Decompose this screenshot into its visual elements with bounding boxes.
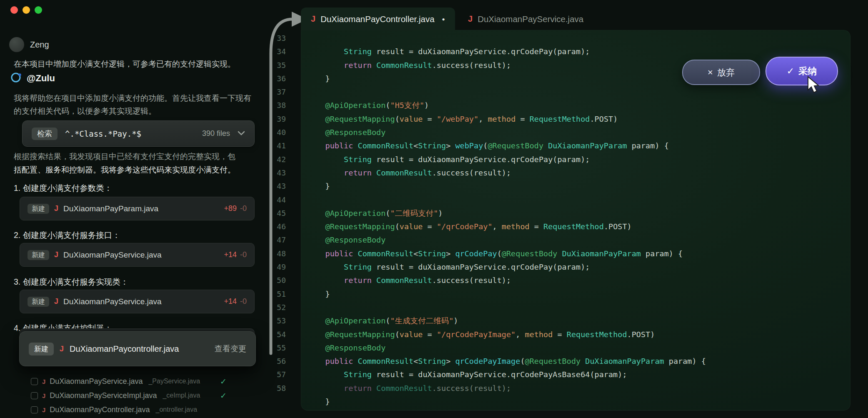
minimize-window-button[interactable] bbox=[23, 6, 30, 14]
line-number[interactable]: 57 bbox=[259, 368, 286, 381]
check-icon: ✓ bbox=[787, 66, 794, 77]
code-line[interactable]: @ApiOperation("二维码支付") bbox=[307, 207, 706, 220]
view-changes-link[interactable]: 查看变更 bbox=[215, 343, 246, 354]
line-number[interactable]: 47 bbox=[259, 233, 286, 247]
code-line[interactable]: @RequestMapping(value = "/qrCodePay", me… bbox=[307, 220, 706, 233]
modified-dot-icon: ● bbox=[442, 16, 445, 22]
deletions: -0 bbox=[240, 250, 247, 259]
file-card-param[interactable]: 新建 J DuXiaomanPayParam.java +89-0 bbox=[20, 197, 255, 220]
line-number[interactable]: 39 bbox=[259, 113, 286, 126]
line-number[interactable]: 53 bbox=[259, 314, 286, 328]
code-line[interactable]: return CommonResult.success(result); bbox=[307, 166, 706, 180]
line-number[interactable]: 40 bbox=[259, 126, 286, 139]
step-title-2: 2. 创建度小满支付服务接口： bbox=[14, 230, 120, 241]
line-number[interactable]: 42 bbox=[259, 153, 286, 166]
line-number[interactable]: 34 bbox=[259, 45, 286, 58]
line-number[interactable]: 46 bbox=[259, 220, 286, 233]
zoom-window-button[interactable] bbox=[35, 6, 42, 14]
user-name: Zeng bbox=[30, 40, 49, 50]
line-number[interactable]: 37 bbox=[259, 85, 286, 99]
code-line[interactable]: @ResponseBody bbox=[307, 341, 706, 355]
created-file-row[interactable]: J DuXiaomanPayService.java _PayService.j… bbox=[31, 375, 227, 388]
file-name: DuXiaomanPayService.java bbox=[50, 377, 143, 386]
new-badge: 新建 bbox=[28, 204, 49, 214]
file-card-service-impl[interactable]: 新建 J DuXiaomanPayService.java +14-0 bbox=[20, 290, 255, 313]
line-number[interactable]: 33 bbox=[259, 32, 286, 45]
search-tool-card[interactable]: 检索 ^.*Class.*Pay.*$ 390 files bbox=[22, 120, 255, 147]
new-badge: 新建 bbox=[29, 343, 54, 355]
file-card-service[interactable]: 新建 J DuXiaomanPayService.java +14-0 bbox=[20, 243, 255, 267]
search-label-chip: 检索 bbox=[32, 128, 58, 140]
line-number[interactable]: 38 bbox=[259, 99, 286, 112]
user-row: Zeng bbox=[9, 37, 49, 52]
code-line[interactable]: return CommonResult.success(result); bbox=[307, 382, 706, 395]
accept-button[interactable]: ✓ 采纳 bbox=[765, 57, 838, 85]
code-line[interactable] bbox=[307, 32, 706, 45]
line-number[interactable]: 52 bbox=[259, 301, 286, 314]
app-window: Zeng 在本项目中增加度小满支付逻辑，可参考已有的支付逻辑实现。 @Zulu … bbox=[0, 0, 868, 418]
code-line[interactable]: @RequestMapping(value = "/webPay", metho… bbox=[307, 113, 706, 126]
chevron-down-icon[interactable] bbox=[238, 130, 245, 138]
created-file-row[interactable]: J DuXiaomanPayController.java _ontroller… bbox=[31, 403, 227, 416]
code-line[interactable]: @RequestMapping(value = "/qrCodePayImage… bbox=[307, 328, 706, 341]
line-number[interactable]: 51 bbox=[259, 288, 286, 301]
line-number[interactable]: 43 bbox=[259, 180, 286, 193]
code-line[interactable]: @ResponseBody bbox=[307, 233, 706, 247]
code-line[interactable]: String result = duXiaomanPayService.qrCo… bbox=[307, 153, 706, 166]
line-number[interactable]: 58 bbox=[259, 382, 286, 395]
tab-service[interactable]: J DuXiaomanPayService.java bbox=[464, 8, 588, 30]
line-number[interactable]: 48 bbox=[259, 247, 286, 260]
code-line[interactable]: } bbox=[307, 180, 706, 193]
mouse-cursor bbox=[807, 76, 824, 95]
assistant-intro: 我将帮助您在项目中添加度小满支付的功能。首先让我查看一下现有的支付相关代码，以便… bbox=[14, 92, 252, 118]
line-number[interactable]: 50 bbox=[259, 274, 286, 287]
code-line[interactable]: } bbox=[307, 288, 706, 301]
line-number[interactable]: 56 bbox=[259, 355, 286, 368]
line-number-gutter[interactable]: 3334353637383940414243434445464748495051… bbox=[259, 32, 286, 408]
line-number[interactable]: 55 bbox=[259, 341, 286, 355]
accept-label: 采纳 bbox=[798, 65, 817, 78]
discard-button[interactable]: × 放弃 bbox=[682, 60, 760, 85]
code-line[interactable]: public CommonResult<String> qrCodePayIma… bbox=[307, 355, 706, 368]
code-line[interactable]: } bbox=[307, 395, 706, 408]
zulu-logo-icon bbox=[10, 72, 22, 85]
code-lines[interactable]: String result = duXiaomanPayService.qrCo… bbox=[307, 32, 706, 408]
code-line[interactable] bbox=[307, 85, 706, 99]
line-number[interactable]: 45 bbox=[259, 207, 286, 220]
close-window-button[interactable] bbox=[10, 6, 18, 14]
code-line[interactable]: @ApiOperation("生成支付二维码") bbox=[307, 314, 706, 328]
analysis-text: 根据搜索结果，我发现项目中已经有支付宝支付的完整实现，包括配置、服务和控制器。我… bbox=[14, 150, 235, 177]
file-diff-icon bbox=[31, 392, 38, 399]
code-line[interactable]: public CommonResult<String> qrCodePay(@R… bbox=[307, 247, 706, 260]
line-number[interactable]: 54 bbox=[259, 328, 286, 341]
code-line[interactable]: @ApiOperation("H5支付") bbox=[307, 99, 706, 112]
line-number[interactable]: 44 bbox=[259, 193, 286, 207]
line-number[interactable] bbox=[259, 395, 286, 408]
code-line[interactable]: } bbox=[307, 72, 706, 85]
code-line[interactable]: public CommonResult<String> webPay(@Requ… bbox=[307, 139, 706, 153]
code-line[interactable] bbox=[307, 193, 706, 207]
assistant-row: @Zulu bbox=[10, 72, 55, 85]
line-number[interactable]: 49 bbox=[259, 260, 286, 274]
code-line[interactable] bbox=[307, 301, 706, 314]
code-line[interactable]: String result = duXiaomanPayService.qrCo… bbox=[307, 45, 706, 58]
window-controls bbox=[10, 6, 42, 14]
diff-stats: +14-0 bbox=[224, 297, 247, 306]
controller-change-card[interactable]: 新建 J DuXiaomanPaycontroller.java 查看变更 bbox=[19, 331, 256, 366]
line-number[interactable]: 36 bbox=[259, 72, 286, 85]
check-icon: ✓ bbox=[220, 377, 227, 386]
code-line[interactable]: String result = duXiaomanPayService.qrCo… bbox=[307, 368, 706, 381]
code-line[interactable]: return CommonResult.success(result); bbox=[307, 59, 706, 72]
user-avatar bbox=[9, 37, 24, 52]
code-line[interactable]: return CommonResult.success(result); bbox=[307, 274, 706, 287]
tab-controller[interactable]: J DuXiaomanPayController.java ● bbox=[301, 8, 455, 30]
file-name: DuXiaomanPayService.java bbox=[63, 250, 162, 260]
line-number[interactable]: 35 bbox=[259, 59, 286, 72]
code-line[interactable]: String result = duXiaomanPayService.qrCo… bbox=[307, 260, 706, 274]
code-line[interactable]: @ResponseBody bbox=[307, 126, 706, 139]
line-number[interactable]: 41 bbox=[259, 139, 286, 153]
step-title-3: 3. 创建度小满支付服务实现类： bbox=[14, 276, 128, 288]
line-number[interactable]: 43 bbox=[259, 166, 286, 180]
created-file-row[interactable]: J DuXiaomanPayServiceImpl.java _ceImpl.j… bbox=[31, 389, 227, 402]
analysis-line-1: 根据搜索结果，我发现项目中已经有支付宝支付的完整实现，包 bbox=[14, 152, 235, 161]
